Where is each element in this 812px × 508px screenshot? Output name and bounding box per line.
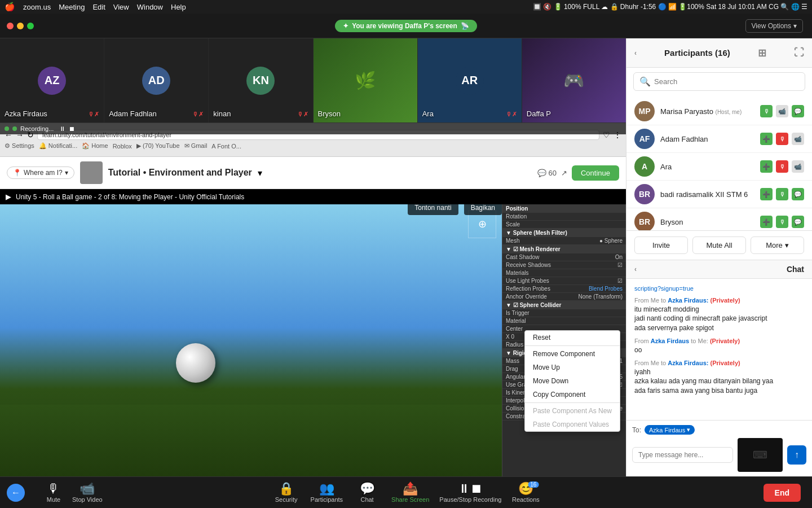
pause-icon: ⏸⏹ xyxy=(458,483,483,495)
video-viewport[interactable]: ⊕ xyxy=(0,204,502,476)
participant-vid-ara[interactable]: 📹 xyxy=(792,160,804,173)
apple-menu[interactable]: 🍎 xyxy=(5,2,15,12)
recipient-chevron: ▾ xyxy=(687,426,690,433)
participant-chat-marisa[interactable]: 💬 xyxy=(792,105,804,117)
share-icon[interactable]: ↗ xyxy=(561,169,567,177)
traffic-lights xyxy=(7,23,34,29)
chat-from-3: From Me to Azka Firdaus: (Privately) xyxy=(634,360,804,366)
thumb-name-adam: Adam Fadhlan xyxy=(109,110,157,118)
chat-button[interactable]: 💬 Chat xyxy=(353,483,381,503)
participant-icons-bryson: ➕ 🎙 💬 xyxy=(760,216,804,228)
ctx-move-down[interactable]: Move Down xyxy=(525,374,620,388)
rec-pause-icon[interactable]: ⏸ xyxy=(59,125,65,132)
participants-icon: 👥 xyxy=(319,483,334,495)
share-screen-button[interactable]: 📤 Share Screen xyxy=(391,483,429,503)
fullscreen-button[interactable] xyxy=(27,23,34,29)
invite-button[interactable]: Invite xyxy=(634,237,688,254)
participants-button[interactable]: 👥 16 Participants xyxy=(311,483,343,503)
search-input[interactable] xyxy=(654,77,799,86)
security-button[interactable]: 🔒 Security xyxy=(272,483,301,503)
menu-meeting[interactable]: Meeting xyxy=(59,3,85,11)
participants-layout-icon[interactable]: ⊞ xyxy=(758,47,766,59)
participants-fullscreen-icon[interactable]: ⛶ xyxy=(794,47,804,59)
bagikan-btn[interactable]: Bagikan xyxy=(464,200,502,215)
bookmark-youtube[interactable]: ▶ (70) YouTube xyxy=(136,142,180,150)
participant-add-bryson[interactable]: ➕ xyxy=(760,216,773,228)
inspector-anchor: Anchor OverrideNone (Transform) xyxy=(502,293,626,301)
participant-chat-bryson[interactable]: 💬 xyxy=(792,216,804,228)
thumb-mic-ara: 🎙✗ xyxy=(506,111,517,118)
close-button[interactable] xyxy=(7,23,14,29)
minimize-button[interactable] xyxy=(17,23,24,29)
thumb-azka[interactable]: AZ Azka Firdaus 🎙✗ xyxy=(0,38,104,122)
main-layout: AZ Azka Firdaus 🎙✗ AD Adam Fadhlan 🎙✗ KN… xyxy=(0,38,812,476)
bookmark-settings[interactable]: ⚙ Settings xyxy=(5,142,34,150)
inspector-receive: Receive Shadows☑ xyxy=(502,261,626,269)
participant-name-ara: Ara xyxy=(660,163,754,171)
rec-stop-icon[interactable]: ⏹ xyxy=(69,125,75,132)
app-name[interactable]: zoom.us xyxy=(23,3,51,11)
chat-collapse-icon[interactable]: ‹ xyxy=(634,265,637,273)
browser-window: ← → ↻ learn.unity.com/tutorial/environme… xyxy=(0,123,626,476)
inspector-scale: Scale xyxy=(502,221,626,229)
rec-green-dot2 xyxy=(12,126,17,131)
participant-mic-marisa[interactable]: 🎙 xyxy=(760,105,773,117)
participant-mic-adam[interactable]: 🎙 xyxy=(776,133,788,145)
search-box[interactable]: 🔍 xyxy=(633,72,805,91)
thumb-kinan[interactable]: KN kinan 🎙✗ xyxy=(209,38,313,122)
inspector-trigger: Is Trigger xyxy=(502,309,626,317)
tonton-nanti-btn[interactable]: Tonton nanti xyxy=(408,200,458,215)
thumb-name-bryson: Bryson xyxy=(318,110,341,118)
thumb-mic-adam: 🎙✗ xyxy=(192,111,204,118)
thumb-mic-kinan: 🎙✗ xyxy=(297,111,308,118)
continue-button[interactable]: Continue xyxy=(572,165,619,181)
participant-chat-badi[interactable]: 💬 xyxy=(792,188,804,200)
chat-input-section: To: Azka Firdaus ▾ ⌨ ↑ xyxy=(626,420,812,476)
pause-recording-button[interactable]: ⏸⏹ Pause/Stop Recording xyxy=(439,483,501,503)
where-am-i-btn[interactable]: 📍 Where am I? ▾ xyxy=(7,167,74,179)
menu-window[interactable]: Window xyxy=(137,3,163,11)
menu-edit[interactable]: Edit xyxy=(92,3,105,11)
send-button[interactable]: ↑ xyxy=(787,445,806,465)
stop-video-button[interactable]: 📹 Stop Video xyxy=(72,483,103,503)
bookmark-notif[interactable]: 🔔 Notificati... xyxy=(39,142,77,150)
thumb-adam[interactable]: AD Adam Fadhlan 🎙✗ xyxy=(104,38,209,122)
participant-add-badi[interactable]: ➕ xyxy=(760,188,773,200)
chat-recipient-selector[interactable]: Azka Firdaus ▾ xyxy=(645,425,695,435)
menu-help[interactable]: Help xyxy=(171,3,186,11)
chat-title: Chat xyxy=(787,265,804,274)
participants-collapse[interactable]: ‹ xyxy=(634,49,637,57)
chat-message-input[interactable] xyxy=(632,447,733,463)
thumb-bryson[interactable]: 🌿 Bryson xyxy=(314,38,418,122)
participant-add-ara[interactable]: ➕ xyxy=(760,160,773,173)
video-label: Stop Video xyxy=(72,496,103,503)
participant-mic-badi[interactable]: 🎙 xyxy=(776,188,788,200)
mute-button[interactable]: 🎙 Mute xyxy=(39,483,68,503)
bookmark-home[interactable]: 🏠 Home xyxy=(82,142,108,150)
menu-view[interactable]: View xyxy=(113,3,129,11)
participant-mic-ara[interactable]: 🎙 xyxy=(776,160,788,173)
bookmark-roblox[interactable]: Roblox xyxy=(113,143,132,150)
view-options-button[interactable]: View Options ▾ xyxy=(745,19,803,33)
sharing-status-icon2: 📡 xyxy=(461,22,469,30)
bookmark-font[interactable]: A Font O... xyxy=(211,143,241,150)
more-button[interactable]: More ▾ xyxy=(751,237,804,254)
back-to-meeting-button[interactable]: ← xyxy=(7,484,25,502)
ctx-move-up[interactable]: Move Up xyxy=(525,361,620,374)
tutorial-thumb xyxy=(80,161,103,184)
thumb-ara[interactable]: AR Ara 🎙✗ xyxy=(418,38,522,122)
ctx-reset[interactable]: Reset xyxy=(525,331,620,344)
thumb-name-kinan: kinan xyxy=(213,110,231,118)
ctx-remove-component[interactable]: Remove Component xyxy=(525,347,620,361)
participant-vid-marisa[interactable]: 📹 xyxy=(776,105,788,117)
bookmark-gmail[interactable]: ✉ Gmail xyxy=(184,142,208,150)
ctx-copy-component[interactable]: Copy Component xyxy=(525,388,620,401)
menubar-right: 🔲 🔇 🔋 100% FULL ☁ 🔒 Dhuhr -1:56 🔵 📶 🔋100… xyxy=(533,3,807,11)
participant-mic-bryson[interactable]: 🎙 xyxy=(776,216,788,228)
participant-add-adam[interactable]: ➕ xyxy=(760,133,773,145)
thumb-daffa[interactable]: 🎮 Daffa P xyxy=(522,38,626,122)
chat-link[interactable]: scripting?signup=true xyxy=(634,285,694,292)
end-button[interactable]: End xyxy=(764,484,801,502)
mute-all-button[interactable]: Mute All xyxy=(692,237,746,254)
participant-vid-adam[interactable]: 📹 xyxy=(792,133,804,145)
